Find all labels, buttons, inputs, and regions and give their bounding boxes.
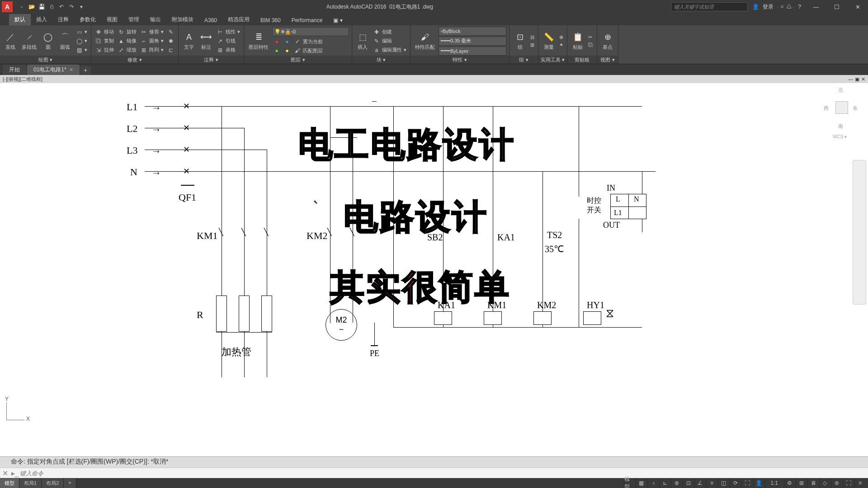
arc-button[interactable]: ⌒圆弧 xyxy=(57,30,73,52)
hatch-button[interactable]: ▨▾ xyxy=(75,46,88,54)
rect-button[interactable]: ▭▾ xyxy=(75,28,88,36)
ann-icon[interactable]: ⛶ xyxy=(741,478,752,488)
mirror-button[interactable]: ▲镜像 xyxy=(117,37,137,45)
new-tab-button[interactable]: + xyxy=(80,66,91,75)
open-icon[interactable]: 📂 xyxy=(27,2,36,11)
otrack-icon[interactable]: ∠ xyxy=(694,478,705,488)
insert-block-button[interactable]: ⬚插入 xyxy=(355,30,370,52)
hw-icon[interactable]: ⊚ xyxy=(831,478,842,488)
layout1-tab[interactable]: 布局1 xyxy=(19,479,42,488)
color-dropdown[interactable]: ▫ ByBlock xyxy=(439,27,506,36)
navigation-bar[interactable] xyxy=(853,160,866,305)
stretch-button[interactable]: ⇲拉伸 xyxy=(94,46,115,54)
grp-i1[interactable]: ⊟ xyxy=(529,34,535,41)
tab-insert[interactable]: 插入 xyxy=(31,14,52,25)
grp-i2[interactable]: ⊞ xyxy=(529,42,535,48)
layout2-tab[interactable]: 布局2 xyxy=(42,479,64,488)
tab-default[interactable]: 默认 xyxy=(9,14,31,25)
monitor-icon[interactable]: 🖥 xyxy=(807,478,818,488)
array-button[interactable]: ⊞阵列▾ xyxy=(139,46,165,54)
paste-button[interactable]: 📋粘贴 xyxy=(570,30,585,52)
info-search[interactable]: 键入关键字或短语 xyxy=(671,2,748,11)
ws-icon[interactable]: ⊞ xyxy=(796,478,807,488)
viewport-label[interactable]: [-][俯视][二维线框] xyxy=(3,76,42,83)
basepoint-button[interactable]: ⊕基点 xyxy=(600,30,615,52)
layer-i3[interactable]: ● xyxy=(283,38,292,46)
maximize-button[interactable]: ☐ xyxy=(826,0,847,14)
qat-more-icon[interactable]: ▾ xyxy=(77,2,86,11)
util-i1[interactable]: ⊕ xyxy=(558,34,564,41)
vp-min-icon[interactable]: — xyxy=(848,76,853,82)
iso-icon[interactable]: ◇ xyxy=(819,478,830,488)
layer-dropdown[interactable]: 💡❄🔒▫ 0 xyxy=(272,27,349,36)
text-button[interactable]: A文字 xyxy=(181,30,197,52)
editattr-button[interactable]: a编辑属性▾ xyxy=(372,46,407,54)
file-tab-1[interactable]: 01电工电路1*✕ xyxy=(27,65,80,75)
model-tab[interactable]: 模型 xyxy=(0,479,19,488)
clean-icon[interactable]: ⛶ xyxy=(843,478,854,488)
undo-icon[interactable]: ↶ xyxy=(57,2,66,11)
close-button[interactable]: ✕ xyxy=(847,0,868,14)
measure-button[interactable]: 📏测量 xyxy=(541,30,557,52)
cut-icon[interactable]: ✂ xyxy=(587,34,594,41)
erase-icon[interactable]: ✎ xyxy=(166,28,175,36)
tab-manage[interactable]: 管理 xyxy=(123,14,145,25)
command-line[interactable]: ✕ ▸_ xyxy=(0,468,868,479)
linear-button[interactable]: ⊢线性▾ xyxy=(216,28,241,36)
close-cmdline-icon[interactable]: ✕ xyxy=(0,469,10,478)
ortho-icon[interactable]: ⊾ xyxy=(659,478,670,488)
vp-close-icon[interactable]: ✕ xyxy=(861,76,865,82)
tab-parametric[interactable]: 参数化 xyxy=(74,14,101,25)
line-button[interactable]: ／直线 xyxy=(3,30,18,52)
close-tab-icon[interactable]: ✕ xyxy=(69,67,73,73)
help-icon[interactable]: ? xyxy=(798,4,801,10)
linetype-dropdown[interactable]: ━━━ ByLayer xyxy=(439,47,506,56)
snap-icon[interactable]: ⫞ xyxy=(647,478,658,488)
create-block-button[interactable]: ✚创建 xyxy=(372,28,407,36)
move-button[interactable]: ✥移动 xyxy=(94,28,115,36)
transp-icon[interactable]: ◫ xyxy=(718,478,729,488)
app-logo[interactable]: A xyxy=(2,1,13,12)
minimize-button[interactable]: — xyxy=(806,0,826,14)
tab-addins[interactable]: 附加模块 xyxy=(166,14,199,25)
scale-display[interactable]: 1:1 xyxy=(765,478,783,488)
redo-icon[interactable]: ↷ xyxy=(67,2,76,11)
login-link[interactable]: 登录 xyxy=(763,3,774,11)
copy-button[interactable]: ⿻复制 xyxy=(94,37,115,45)
osnap-icon[interactable]: ⊡ xyxy=(683,478,693,488)
rotate-button[interactable]: ↻旋转 xyxy=(117,28,137,36)
tab-annotate[interactable]: 注释 xyxy=(52,14,74,25)
edit-block-button[interactable]: ✎编辑 xyxy=(372,37,407,45)
table-button[interactable]: ⊞表格 xyxy=(216,46,241,54)
tab-view[interactable]: 视图 xyxy=(101,14,123,25)
tab-performance[interactable]: Performance xyxy=(286,15,328,25)
ellipse-button[interactable]: ◯▾ xyxy=(75,37,88,45)
new-icon[interactable]: ▫ xyxy=(17,2,26,11)
viewcube[interactable]: 北 西 东 南 WCS ▾ xyxy=(824,87,860,145)
polar-icon[interactable]: ⊕ xyxy=(671,478,682,488)
setcurrent-button[interactable]: ✓置为当前 xyxy=(293,38,324,46)
cycle-icon[interactable]: ⟳ xyxy=(730,478,741,488)
layer-props-button[interactable]: ≣图层特性 xyxy=(247,30,270,52)
custom-icon[interactable]: ≡ xyxy=(854,478,865,488)
vp-max-icon[interactable]: ▣ xyxy=(855,76,859,82)
command-input[interactable] xyxy=(20,470,868,477)
layer-i1[interactable]: ● xyxy=(272,38,281,46)
leader-button[interactable]: ↗引线 xyxy=(216,37,241,45)
grid-icon[interactable]: ▦ xyxy=(636,478,646,488)
add-layout-tab[interactable]: + xyxy=(64,479,76,488)
explode-icon[interactable]: ✱ xyxy=(166,37,175,45)
start-tab[interactable]: 开始 xyxy=(3,65,26,75)
tab-bim360[interactable]: BIM 360 xyxy=(255,15,286,25)
tab-expand[interactable]: ▣ ▾ xyxy=(328,15,348,25)
polyline-button[interactable]: ⟋多段线 xyxy=(20,30,38,52)
group-button[interactable]: ⊡组 xyxy=(512,30,528,52)
saveas-icon[interactable]: ⎙ xyxy=(47,2,56,11)
scale-button[interactable]: ⤢缩放 xyxy=(117,46,137,54)
lineweight-dropdown[interactable]: ━━━ 0.35 毫米 xyxy=(439,37,506,46)
layer-i2[interactable]: ● xyxy=(272,47,281,55)
tab-featured[interactable]: 精选应用 xyxy=(222,14,255,25)
gear-icon[interactable]: ⚙ xyxy=(784,478,795,488)
status-model[interactable]: 模型 xyxy=(624,478,635,488)
dimension-button[interactable]: ⟷标注 xyxy=(198,30,214,52)
